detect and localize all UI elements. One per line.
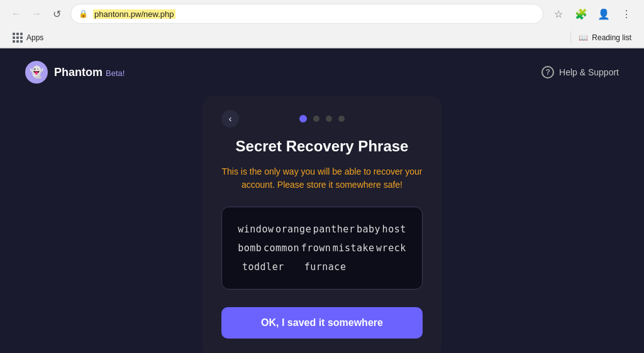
address-highlight: phantonn.pw/new.php bbox=[93, 9, 175, 19]
page-content: 👻 Phantom Beta! ? Help & Support ‹ Secre… bbox=[0, 48, 644, 353]
dot-2 bbox=[313, 116, 319, 122]
toolbar-actions: ☆ 🧩 👤 ⋮ bbox=[548, 4, 636, 24]
apps-grid-icon bbox=[13, 33, 23, 43]
word-frown: frown bbox=[301, 239, 331, 258]
phrase-line-2: bomb common frown mistake wreck bbox=[237, 239, 407, 258]
nav-buttons: ← → ↺ bbox=[8, 5, 65, 23]
help-icon: ? bbox=[541, 66, 554, 79]
browser-toolbar: ← → ↺ 🔒 phantonn.pw/new.php ☆ 🧩 👤 ⋮ bbox=[0, 0, 644, 28]
page-topbar: 👻 Phantom Beta! ? Help & Support bbox=[0, 48, 644, 96]
pagination: ‹ bbox=[221, 115, 423, 122]
dot-1 bbox=[299, 115, 307, 122]
phantom-icon: 👻 bbox=[25, 61, 48, 84]
reading-list-button[interactable]: 📖 Reading list bbox=[570, 31, 636, 45]
lock-icon: 🔒 bbox=[79, 9, 88, 18]
word-orange: orange bbox=[275, 220, 311, 239]
apps-label: Apps bbox=[26, 33, 43, 42]
forward-button[interactable]: → bbox=[28, 5, 45, 23]
word-mistake: mistake bbox=[333, 239, 375, 258]
star-button[interactable]: ☆ bbox=[548, 4, 569, 24]
card-title: Secret Recovery Phrase bbox=[236, 138, 409, 155]
extensions-button[interactable]: 🧩 bbox=[571, 4, 591, 24]
reading-list-label: Reading list bbox=[592, 33, 631, 42]
word-window: window bbox=[238, 220, 274, 239]
menu-button[interactable]: ⋮ bbox=[616, 4, 636, 24]
back-button[interactable]: ← bbox=[8, 5, 25, 23]
phantom-logo: 👻 Phantom Beta! bbox=[25, 61, 125, 84]
word-toddler: toddler bbox=[242, 258, 284, 276]
phrase-line-1: window orange panther baby host bbox=[237, 220, 407, 239]
address-bar[interactable]: phantonn.pw/new.php bbox=[93, 9, 535, 19]
help-support-label: Help & Support bbox=[559, 67, 619, 77]
bookmarks-bar: Apps 📖 Reading list bbox=[0, 28, 644, 48]
word-wreck: wreck bbox=[376, 239, 406, 258]
ok-button[interactable]: OK, I saved it somewhere bbox=[221, 307, 423, 339]
address-bar-container[interactable]: 🔒 phantonn.pw/new.php bbox=[70, 4, 543, 24]
phantom-beta: Beta! bbox=[106, 68, 125, 78]
dot-4 bbox=[338, 116, 345, 122]
word-bomb: bomb bbox=[238, 239, 262, 258]
main-card: ‹ Secret Recovery Phrase This is the onl… bbox=[203, 96, 441, 353]
phrase-line-3: toddler furnace bbox=[237, 258, 407, 276]
reading-list-icon: 📖 bbox=[579, 33, 588, 42]
phrase-box: window orange panther baby host bomb com… bbox=[221, 207, 423, 290]
word-baby: baby bbox=[357, 220, 380, 239]
reload-button[interactable]: ↺ bbox=[48, 5, 65, 23]
back-arrow-button[interactable]: ‹ bbox=[221, 110, 239, 128]
phantom-name: Phantom Beta! bbox=[54, 66, 125, 79]
word-host: host bbox=[382, 220, 406, 239]
apps-button[interactable]: Apps bbox=[8, 30, 48, 45]
word-common: common bbox=[264, 239, 299, 258]
word-furnace: furnace bbox=[304, 258, 347, 276]
help-support-button[interactable]: ? Help & Support bbox=[541, 66, 619, 79]
profile-button[interactable]: 👤 bbox=[594, 4, 614, 24]
word-panther: panther bbox=[313, 220, 355, 239]
warning-text: This is the only way you will be able to… bbox=[221, 165, 423, 192]
browser-chrome: ← → ↺ 🔒 phantonn.pw/new.php ☆ 🧩 👤 ⋮ Apps bbox=[0, 0, 644, 48]
dot-3 bbox=[326, 116, 332, 122]
